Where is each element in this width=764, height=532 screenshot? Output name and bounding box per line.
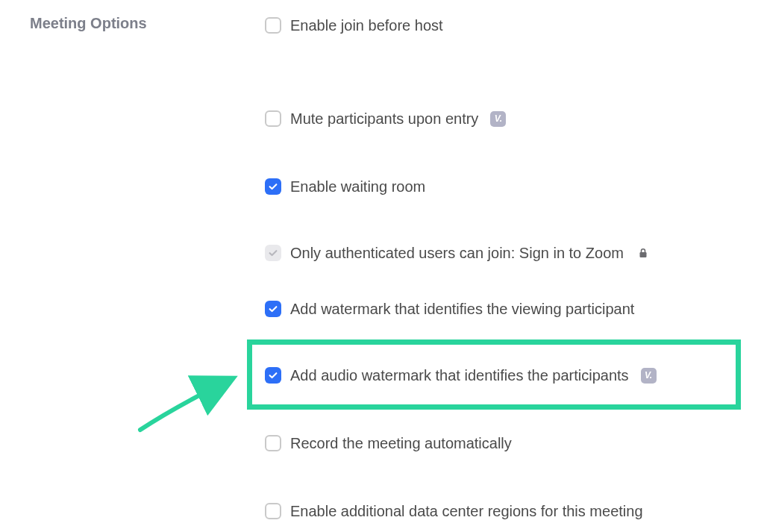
option-label: Add audio watermark that identifies the … [290, 366, 629, 384]
checkbox-checked-icon[interactable] [265, 367, 281, 384]
checkbox-disabled-checked-icon [265, 245, 281, 261]
checkbox-checked-icon[interactable] [265, 178, 281, 195]
info-badge-icon: V. [641, 368, 657, 384]
info-badge-icon: V. [490, 111, 506, 127]
option-label: Mute participants upon entry [290, 110, 478, 128]
option-label: Enable join before host [290, 16, 443, 34]
option-auth-users: Only authenticated users can join: Sign … [265, 244, 648, 262]
checkbox-unchecked-icon[interactable] [265, 435, 281, 451]
option-label: Only authenticated users can join: Sign … [290, 244, 624, 262]
lock-icon [639, 248, 648, 258]
option-label: Enable additional data center regions fo… [290, 502, 643, 520]
option-label: Record the meeting automatically [290, 434, 512, 452]
option-watermark-view[interactable]: Add watermark that identifies the viewin… [265, 300, 634, 318]
option-record-auto[interactable]: Record the meeting automatically [265, 434, 512, 452]
svg-rect-0 [639, 252, 646, 257]
option-data-center[interactable]: Enable additional data center regions fo… [265, 502, 643, 520]
option-audio-watermark[interactable]: Add audio watermark that identifies the … [265, 366, 657, 384]
option-label: Add watermark that identifies the viewin… [290, 300, 634, 318]
checkbox-unchecked-icon[interactable] [265, 503, 281, 519]
option-join-before-host[interactable]: Enable join before host [265, 16, 443, 34]
checkbox-checked-icon[interactable] [265, 301, 281, 317]
checkbox-unchecked-icon[interactable] [265, 110, 281, 127]
option-mute-on-entry[interactable]: Mute participants upon entry V. [265, 110, 506, 128]
checkbox-unchecked-icon[interactable] [265, 17, 281, 34]
option-waiting-room[interactable]: Enable waiting room [265, 178, 425, 195]
option-label: Enable waiting room [290, 178, 425, 195]
section-title: Meeting Options [30, 15, 147, 32]
